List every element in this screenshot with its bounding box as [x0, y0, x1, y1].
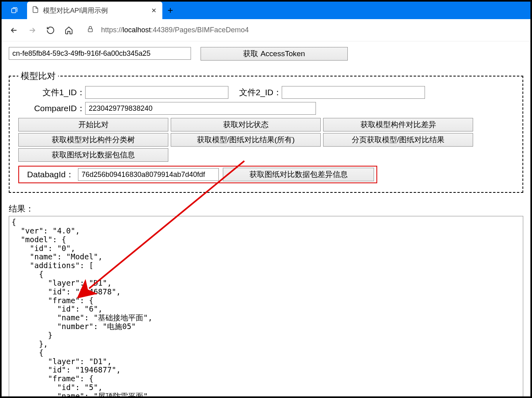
- close-icon[interactable]: ✕: [150, 6, 158, 14]
- compareid-label: CompareID：: [18, 103, 85, 114]
- get-all-results-button[interactable]: 获取模型/图纸对比结果(所有): [171, 133, 321, 147]
- get-compare-status-button[interactable]: 获取对比状态: [171, 118, 321, 131]
- file2-input[interactable]: [282, 86, 425, 99]
- databagid-label: DatabagId：: [21, 169, 74, 180]
- tab-overview-button[interactable]: [2, 2, 27, 19]
- plus-icon: +: [168, 5, 173, 16]
- file-id-row: 文件1_ID： 文件2_ID：: [18, 86, 514, 99]
- address-bar[interactable]: https://localhost:44389/Pages/BIMFaceDem…: [87, 25, 249, 35]
- compareid-input[interactable]: [85, 102, 316, 115]
- svg-rect-1: [88, 29, 93, 32]
- get-drawing-databag-info-button[interactable]: 获取图纸对比数据包信息: [18, 148, 168, 162]
- databagid-input[interactable]: [78, 168, 219, 181]
- get-model-tree-button[interactable]: 获取模型对比构件分类树: [18, 133, 168, 147]
- home-button[interactable]: [60, 22, 77, 38]
- compareid-row: CompareID：: [18, 102, 514, 115]
- page-icon: [32, 6, 39, 15]
- url-text: https://localhost:44389/Pages/BIMFaceDem…: [101, 26, 249, 34]
- back-button[interactable]: [6, 22, 22, 38]
- lock-icon: [87, 25, 94, 35]
- start-compare-button[interactable]: 开始比对: [18, 118, 168, 131]
- forward-button[interactable]: [24, 22, 41, 38]
- file1-input[interactable]: [85, 86, 228, 99]
- get-drawing-databag-diff-button[interactable]: 获取图纸对比数据包差异信息: [223, 168, 374, 181]
- tab-title: 模型对比API调用示例: [43, 6, 146, 15]
- get-paged-results-button[interactable]: 分页获取模型/图纸对比结果: [323, 133, 473, 147]
- app-window: 模型对比API调用示例 ✕ + https://localhost:44389/…: [0, 0, 532, 398]
- page-content: 获取 AccessToken 模型比对 文件1_ID： 文件2_ID： Comp…: [2, 41, 530, 396]
- arrow-right-icon: [28, 26, 37, 35]
- databag-highlight-box: DatabagId： 获取图纸对比数据包差异信息: [18, 166, 377, 183]
- browser-toolbar: https://localhost:44389/Pages/BIMFaceDem…: [2, 19, 530, 41]
- refresh-button[interactable]: [42, 22, 59, 38]
- file1-label: 文件1_ID：: [18, 87, 85, 98]
- svg-rect-0: [12, 9, 16, 13]
- browser-tab[interactable]: 模型对比API调用示例 ✕: [27, 2, 162, 19]
- compare-legend: 模型比对: [18, 70, 58, 82]
- home-icon: [64, 26, 73, 35]
- token-row: 获取 AccessToken: [9, 47, 523, 61]
- refresh-icon: [46, 26, 55, 35]
- new-tab-button[interactable]: +: [162, 2, 178, 19]
- file2-label: 文件2_ID：: [238, 87, 282, 98]
- compare-fieldset: 模型比对 文件1_ID： 文件2_ID： CompareID： 开始比对 获取对…: [9, 70, 523, 193]
- browser-titlebar: 模型对比API调用示例 ✕ +: [2, 2, 530, 19]
- result-textarea[interactable]: { "ver": "4.0", "model": { "id": "0", "n…: [9, 216, 523, 396]
- arrow-left-icon: [10, 26, 18, 35]
- get-model-component-diff-button[interactable]: 获取模型构件对比差异: [323, 118, 473, 131]
- tabs-icon: [11, 7, 18, 14]
- result-label: 结果：: [9, 203, 523, 214]
- get-access-token-button[interactable]: 获取 AccessToken: [201, 47, 348, 61]
- secret-input[interactable]: [9, 47, 191, 60]
- compare-button-grid: 开始比对 获取对比状态 获取模型构件对比差异 获取模型对比构件分类树 获取模型/…: [18, 118, 514, 162]
